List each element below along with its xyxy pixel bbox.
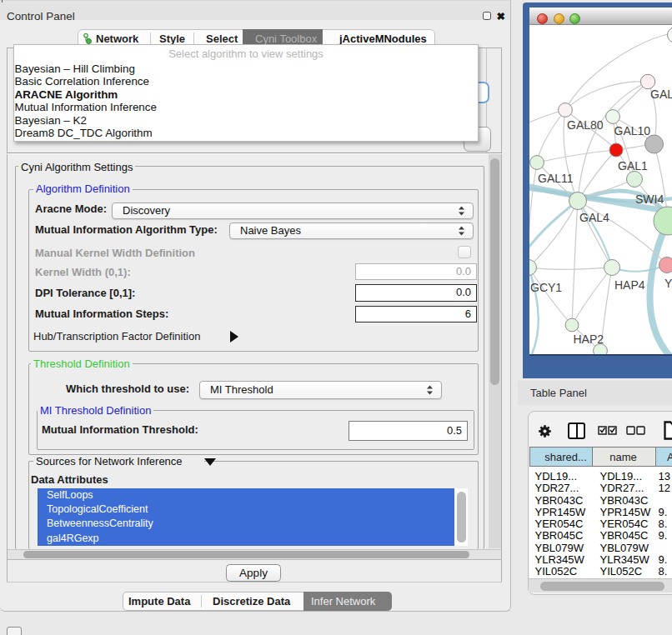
svg-text:GCY1: GCY1 — [530, 281, 562, 294]
svg-text:YP: YP — [664, 277, 672, 290]
svg-text:SWI4: SWI4 — [635, 192, 664, 206]
svg-text:GAL1: GAL1 — [618, 159, 648, 172]
svg-text:HAP2: HAP2 — [574, 332, 604, 346]
svg-text:GAL4: GAL4 — [579, 211, 609, 224]
svg-text:GAL10: GAL10 — [614, 124, 651, 138]
svg-text:GAL7: GAL7 — [650, 88, 672, 101]
svg-text:GAL11: GAL11 — [538, 172, 574, 185]
svg-text:GAL80: GAL80 — [567, 118, 604, 132]
svg-text:HAP4: HAP4 — [614, 278, 645, 292]
